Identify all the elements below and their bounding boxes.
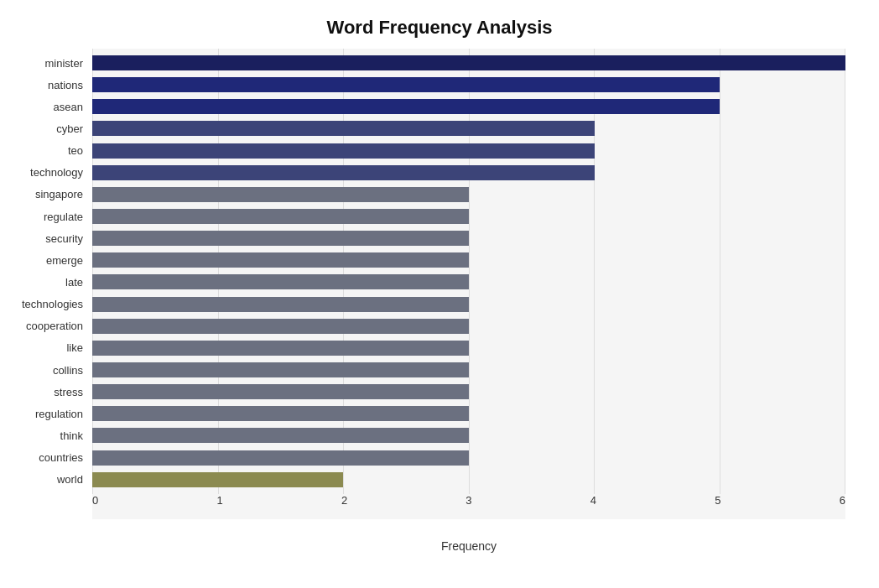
bar-technologies (92, 297, 469, 312)
bar-row (92, 164, 845, 182)
bar-like (92, 341, 469, 356)
bar-security (92, 231, 469, 246)
y-label-technology: technology (0, 164, 88, 182)
y-label-like: like (0, 339, 88, 357)
bar-late (92, 274, 469, 289)
y-label-technologies: technologies (0, 295, 88, 314)
bar-emerge (92, 252, 469, 268)
bar-cyber (92, 121, 595, 136)
y-label-collins: collins (0, 361, 88, 379)
bar-row (92, 426, 845, 445)
y-label-security: security (0, 229, 88, 247)
y-label-regulation: regulation (0, 404, 88, 423)
bar-countries (92, 450, 469, 466)
x-tick-4: 4 (590, 494, 596, 507)
bar-cooperation (92, 319, 469, 334)
y-label-emerge: emerge (0, 251, 88, 269)
y-label-countries: countries (0, 449, 88, 467)
bar-row (92, 54, 845, 72)
bar-regulate (92, 209, 469, 224)
x-tick-2: 2 (341, 494, 347, 507)
bar-row (92, 471, 845, 489)
y-label-cooperation: cooperation (0, 317, 88, 336)
x-tick-5: 5 (715, 494, 720, 507)
bar-technology (92, 165, 595, 180)
bar-row (92, 317, 845, 336)
bar-row (92, 273, 845, 291)
bars-wrapper (92, 49, 845, 494)
bar-minister (92, 55, 845, 70)
bar-think (92, 428, 469, 443)
y-label-stress: stress (0, 382, 88, 401)
chart-container: Word Frequency Analysis ministernationsa… (0, 0, 879, 588)
y-label-teo: teo (0, 142, 88, 160)
x-tick-3: 3 (466, 494, 471, 507)
bar-row (92, 251, 845, 269)
y-label-think: think (0, 426, 88, 445)
bar-row (92, 142, 845, 160)
y-axis: ministernationsaseancyberteotechnologysi… (0, 49, 88, 494)
bar-row (92, 229, 845, 247)
x-tick-0: 0 (92, 494, 98, 507)
x-tick-6: 6 (840, 494, 845, 507)
chart-area: ministernationsaseancyberteotechnologysi… (92, 49, 845, 519)
y-label-singapore: singapore (0, 185, 88, 204)
bar-world (92, 472, 343, 487)
y-label-world: world (0, 471, 88, 489)
bar-row (92, 295, 845, 314)
bar-row (92, 207, 845, 226)
bar-row (92, 185, 845, 204)
y-label-minister: minister (0, 54, 88, 72)
bar-regulation (92, 406, 469, 421)
bar-row (92, 449, 845, 467)
bar-singapore (92, 187, 469, 202)
bar-collins (92, 362, 469, 377)
y-label-asean: asean (0, 97, 88, 116)
bar-nations (92, 77, 720, 92)
bar-teo (92, 143, 595, 159)
bar-row (92, 361, 845, 379)
y-label-nations: nations (0, 75, 88, 94)
bar-stress (92, 384, 469, 399)
bar-row (92, 339, 845, 357)
chart-title: Word Frequency Analysis (34, 17, 845, 39)
x-axis-title: Frequency (92, 539, 845, 553)
bar-row (92, 404, 845, 423)
x-tick-1: 1 (216, 494, 222, 507)
bar-asean (92, 99, 720, 114)
bar-row (92, 119, 845, 138)
bar-row (92, 75, 845, 94)
y-label-cyber: cyber (0, 119, 88, 138)
y-label-regulate: regulate (0, 207, 88, 226)
y-label-late: late (0, 273, 88, 291)
bar-row (92, 382, 845, 401)
x-axis: 0123456 (92, 494, 845, 519)
bar-row (92, 97, 845, 116)
